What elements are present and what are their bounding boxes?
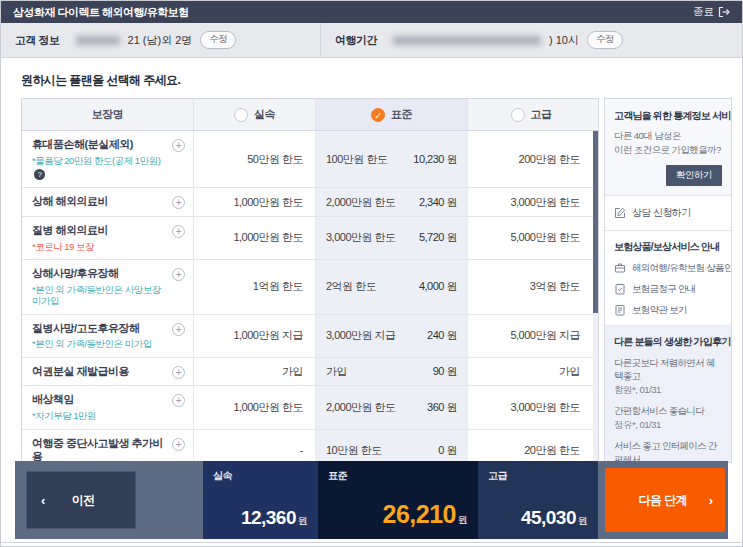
- customer-info-section: 고객 정보 21 (남)외 2명 수정: [1, 23, 321, 57]
- clipboard-icon: [614, 283, 626, 295]
- review-text: 서비스 좋고 인터페이스 간편해서: [614, 439, 722, 463]
- plan-premium-value: 3억원 한도: [468, 260, 594, 314]
- radio-basic[interactable]: [234, 108, 248, 122]
- trip-info-section: 여행기간 ) 10시 수정: [321, 23, 637, 57]
- table-row: 여권분실 재발급비용+가입가입90 원가입: [22, 358, 598, 387]
- plan-basic-value: 1,000만원 한도: [194, 188, 316, 216]
- customer-info-label: 고객 정보: [15, 33, 60, 48]
- plan-standard-price: 0 원: [438, 443, 457, 458]
- plan-total-panels: 실속12,360원표준26,210원고급45,030원: [203, 461, 598, 539]
- table-row: 상해 해외의료비+1,000만원 한도2,000만원 한도2,340 원3,00…: [22, 188, 598, 217]
- plan-total-amount-basic: 12,360원: [213, 507, 308, 529]
- plan-total-premium: 고급45,030원: [478, 461, 598, 539]
- guide-items: 해외여행/유학보험 상품안내보험금청구 안내보험약관 보기: [614, 262, 722, 317]
- coverage-name-header: 보장명: [22, 99, 194, 130]
- radio-premium[interactable]: [511, 108, 525, 122]
- guide-title: 보험상품/보상서비스 안내: [614, 240, 722, 254]
- trip-edit-button[interactable]: 수정: [587, 31, 623, 49]
- reviews-title: 다른 분들의 생생한 가입후기!: [614, 335, 722, 349]
- customer-edit-button[interactable]: 수정: [200, 31, 236, 49]
- plan-standard-cell: 2,000만원 한도2,340 원: [316, 188, 468, 216]
- plan-premium-value: 3,000만원 한도: [468, 188, 594, 216]
- expand-plus-icon[interactable]: +: [172, 225, 185, 238]
- review-text: 다른곳보다 저렴하면서 혜택좋고: [614, 356, 722, 383]
- page-bottom-divider: [1, 542, 742, 543]
- plan-header-basic[interactable]: 실속: [194, 99, 316, 130]
- next-step-button[interactable]: 다음 단계 ›: [605, 468, 725, 532]
- coverage-name: 상해 해외의료비: [32, 195, 108, 209]
- footer-bar: ‹ 이전 실속12,360원표준26,210원고급45,030원 다음 단계 ›: [15, 461, 728, 539]
- trip-info-value: ) 10시: [549, 33, 579, 48]
- plan-premium-value: 3,000만원 한도: [468, 386, 594, 428]
- stats-confirm-button[interactable]: 확인하기: [666, 165, 722, 186]
- coverage-table: 보장명 실속✓표준고급 휴대품손해(분실제외)+*물품당 20만원 한도(공제 …: [21, 98, 599, 463]
- coverage-name-cell: 상해 해외의료비+: [22, 188, 194, 216]
- table-row: 질병사망/고도후유장해+*본인 외 가족/동반인은 미가입1,000만원 지급3…: [22, 315, 598, 358]
- plan-premium-value: 20만원 한도: [468, 430, 594, 463]
- plan-basic-value: -: [194, 430, 316, 463]
- expand-plus-icon[interactable]: +: [172, 268, 185, 281]
- consult-request-link[interactable]: 상담 신청하기: [605, 196, 731, 231]
- page-title: 삼성화재 다이렉트 해외여행/유학보험: [13, 5, 189, 20]
- plan-standard-cell: 3,000만원 지급240 원: [316, 315, 468, 357]
- trip-info-label: 여행기간: [335, 33, 377, 48]
- exit-button[interactable]: 종료: [693, 5, 730, 19]
- plan-premium-value: 가입: [468, 358, 594, 386]
- guide-item[interactable]: 해외여행/유학보험 상품안내: [614, 262, 722, 275]
- review-item: 서비스 좋고 인터페이스 간편해서이정*, 01/30: [614, 439, 722, 463]
- expand-plus-icon[interactable]: +: [172, 139, 185, 152]
- plan-standard-value: 2,000만원 한도: [326, 195, 396, 210]
- exit-icon: [718, 6, 730, 18]
- table-scrollbar-thumb[interactable]: [593, 131, 598, 313]
- plan-total-value-standard: 26,210: [383, 500, 456, 528]
- coverage-name: 휴대품손해(분실제외): [32, 138, 133, 152]
- app-header: 삼성화재 다이렉트 해외여행/유학보험 종료: [1, 1, 742, 23]
- plan-total-unit-standard: 원: [458, 514, 468, 525]
- plan-header-standard[interactable]: ✓표준: [316, 99, 468, 130]
- coverage-table-header: 보장명 실속✓표준고급: [22, 99, 598, 131]
- plan-standard-price: 360 원: [427, 400, 457, 415]
- guide-item[interactable]: 보험금청구 안내: [614, 283, 722, 296]
- plan-select-prompt: 원하시는 플랜을 선택해 주세요.: [21, 72, 742, 89]
- plan-header-premium[interactable]: 고급: [468, 99, 594, 130]
- table-row: 배상책임+*자기부담 1만원1,000만원 한도2,000만원 한도360 원3…: [22, 386, 598, 429]
- guide-item-label: 보험금청구 안내: [632, 283, 696, 296]
- prev-step-button[interactable]: ‹ 이전: [26, 471, 136, 529]
- plan-total-unit-basic: 원: [298, 515, 308, 526]
- plan-standard-price: 240 원: [427, 328, 457, 343]
- review-author: 정유*, 01/31: [614, 419, 722, 432]
- guide-item[interactable]: 보험약관 보기: [614, 304, 722, 317]
- stats-line2: 이런 조건으로 가입했을까?: [614, 144, 721, 155]
- consult-request-label: 상담 신청하기: [632, 206, 691, 220]
- expand-plus-icon[interactable]: +: [172, 323, 185, 336]
- coverage-name: 배상책임: [32, 393, 74, 407]
- stats-line1: 다른 40대 남성은: [614, 130, 681, 141]
- plan-standard-value: 10만원 한도: [326, 443, 382, 458]
- reviews-section: 다른 분들의 생생한 가입후기! 다른곳보다 저렴하면서 혜택좋고함원*, 01…: [605, 326, 731, 463]
- guide-section: 보험상품/보상서비스 안내 해외여행/유학보험 상품안내보험금청구 안내보험약관…: [605, 231, 731, 326]
- plan-total-unit-premium: 원: [578, 515, 588, 526]
- table-scrollbar-track[interactable]: [593, 131, 598, 462]
- expand-plus-icon[interactable]: +: [172, 394, 185, 407]
- expand-plus-icon[interactable]: +: [172, 438, 185, 451]
- expand-plus-icon[interactable]: +: [172, 366, 185, 379]
- plan-total-basic: 실속12,360원: [203, 461, 318, 539]
- next-step-label: 다음 단계: [617, 492, 709, 509]
- plan-basic-value: 가입: [194, 358, 316, 386]
- plan-basic-value: 1,000만원 한도: [194, 386, 316, 428]
- help-icon[interactable]: ?: [34, 169, 45, 180]
- coverage-note: *물품당 20만원 한도(공제 1만원)?: [32, 155, 169, 180]
- plan-standard-cell: 2,000만원 한도360 원: [316, 386, 468, 428]
- plan-total-label-premium: 고급: [488, 469, 588, 483]
- trip-redacted-text: [393, 36, 541, 45]
- document-icon: [614, 304, 626, 316]
- table-row: 상해사망/후유장해+*본인 외 가족/동반인은 사망보장 미가입1억원 한도2억…: [22, 260, 598, 315]
- plan-standard-price: 4,000 원: [419, 279, 457, 294]
- radio-standard[interactable]: ✓: [371, 108, 385, 122]
- expand-plus-icon[interactable]: +: [172, 196, 185, 209]
- plan-standard-price: 5,720 원: [419, 230, 457, 245]
- plan-standard-value: 100만원 한도: [326, 152, 387, 167]
- review-items: 다른곳보다 저렴하면서 혜택좋고함원*, 01/31간편항서비스 좋습니다정유*…: [614, 356, 722, 463]
- plan-total-amount-premium: 45,030원: [488, 507, 588, 529]
- customer-redacted-text: [76, 36, 120, 45]
